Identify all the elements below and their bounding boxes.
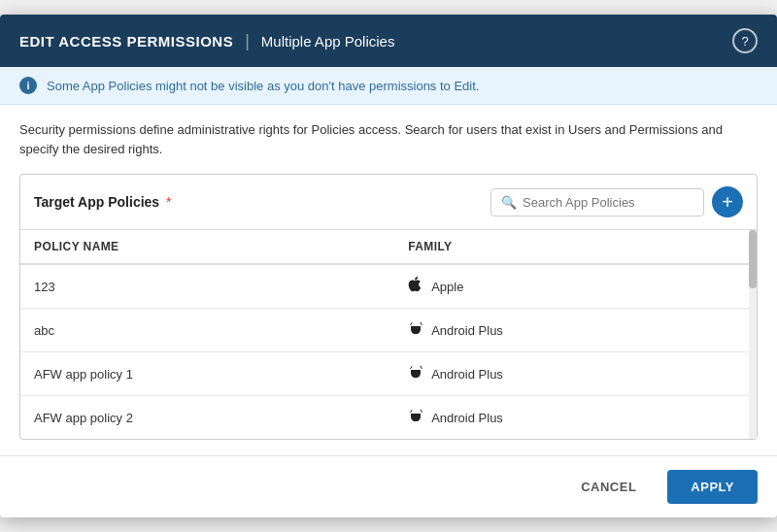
modal-header-left: EDIT ACCESS PERMISSIONS | Multiple App P… [19,31,394,51]
required-indicator: * [166,194,171,210]
table-row: AFW app policy 2Android Plus [20,396,757,440]
col-header-policy-name: POLICY NAME [20,230,394,264]
table-row: abcAndroid Plus [20,309,757,352]
table-wrapper: POLICY NAME FAMILY 123AppleabcAndroid Pl… [20,230,757,439]
cell-policy-name: AFW app policy 1 [20,352,394,396]
scrollbar-track[interactable] [749,230,757,439]
cell-family: Android Plus [394,309,757,352]
table-container: Target App Policies * 🔍 + POLICY NAM [19,174,758,440]
col-header-family: FAMILY [394,230,757,264]
apple-icon [408,277,423,296]
cell-family: Apple [394,264,757,309]
android-icon [408,364,423,383]
search-input[interactable] [523,195,693,210]
apply-button[interactable]: APPLY [667,470,758,504]
cell-policy-name: 123 [20,264,394,309]
table-body: 123AppleabcAndroid PlusAFW app policy 1A… [20,264,757,439]
table-label: Target App Policies [34,194,159,210]
modal-body: Security permissions define administrati… [0,105,777,455]
family-name: Android Plus [431,367,503,382]
android-icon [408,320,423,340]
info-banner: i Some App Policies might not be visible… [0,67,777,105]
modal-title: EDIT ACCESS PERMISSIONS [19,33,233,50]
table-toolbar: Target App Policies * 🔍 + [20,175,757,230]
help-button[interactable]: ? [732,28,758,53]
info-icon: i [19,77,37,94]
cell-policy-name: abc [20,309,394,352]
cancel-button[interactable]: CANCEL [561,470,656,504]
family-name: Android Plus [431,323,503,338]
modal-footer: CANCEL APPLY [0,455,777,517]
table-label-wrapper: Target App Policies * [34,194,171,210]
modal-header: EDIT ACCESS PERMISSIONS | Multiple App P… [0,15,777,67]
table-row: AFW app policy 1Android Plus [20,352,757,396]
family-name: Android Plus [431,411,503,425]
search-wrapper: 🔍 + [490,186,743,217]
help-icon: ? [741,34,748,49]
header-divider: | [245,31,250,51]
modal-subtitle: Multiple App Policies [261,33,395,50]
cell-family: Android Plus [394,396,757,440]
cell-family: Android Plus [394,352,757,396]
policies-table: POLICY NAME FAMILY 123AppleabcAndroid Pl… [20,230,757,439]
info-banner-text: Some App Policies might not be visible a… [47,79,479,93]
modal: EDIT ACCESS PERMISSIONS | Multiple App P… [0,15,777,517]
description-text: Security permissions define administrati… [19,120,758,158]
cell-policy-name: AFW app policy 2 [20,396,394,440]
android-icon [408,408,423,427]
search-box[interactable]: 🔍 [490,188,704,216]
scrollbar-thumb[interactable] [749,230,757,288]
table-header-row: POLICY NAME FAMILY [20,230,757,264]
add-button[interactable]: + [712,186,743,217]
family-name: Apple [431,280,463,294]
search-icon: 🔍 [501,195,517,210]
table-row: 123Apple [20,264,757,309]
